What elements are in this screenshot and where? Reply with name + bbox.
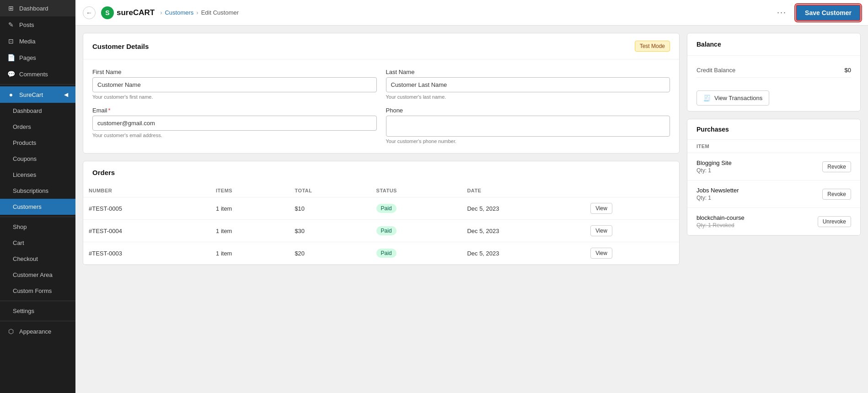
sidebar-item-licenses[interactable]: Licenses bbox=[0, 167, 75, 183]
customer-details-form: First Name Your customer's first name. L… bbox=[92, 69, 670, 144]
purchases-list: Blogging Site Qty: 1 Revoke Jobs Newslet… bbox=[687, 153, 860, 235]
sidebar-item-label: Pages bbox=[19, 54, 36, 61]
more-options-button[interactable]: ··· bbox=[773, 6, 790, 19]
orders-header: Orders bbox=[83, 161, 679, 184]
sidebar-item-label: Coupons bbox=[13, 155, 37, 162]
view-order-button[interactable]: View bbox=[590, 248, 612, 259]
breadcrumb-customers[interactable]: Customers bbox=[165, 9, 193, 16]
email-group: Email* Your customer's email address. bbox=[92, 107, 377, 144]
purchase-item-qty: Qty: 1 bbox=[697, 195, 822, 201]
purchase-action-button[interactable]: Revoke bbox=[822, 161, 851, 172]
order-date: Dec 5, 2023 bbox=[461, 197, 585, 220]
col-total: TOTAL bbox=[289, 184, 370, 197]
back-button[interactable]: ← bbox=[83, 6, 96, 19]
orders-table-wrap: NUMBER ITEMS TOTAL STATUS DATE #TEST-000… bbox=[83, 184, 679, 265]
order-items: 1 item bbox=[210, 197, 289, 220]
last-name-hint: Your customer's last name. bbox=[386, 94, 670, 100]
sidebar-item-label: Settings bbox=[13, 308, 34, 314]
first-name-input[interactable] bbox=[92, 77, 377, 92]
col-action bbox=[585, 184, 679, 197]
dashboard-icon: ⊞ bbox=[7, 5, 15, 12]
sidebar-item-dashboard[interactable]: ⊞ Dashboard bbox=[0, 0, 75, 16]
sidebar-item-checkout[interactable]: Checkout bbox=[0, 251, 75, 267]
view-transactions-label: View Transactions bbox=[714, 95, 762, 101]
purchase-row: Jobs Newsletter Qty: 1 Revoke bbox=[687, 181, 860, 208]
view-order-button[interactable]: View bbox=[590, 203, 612, 214]
phone-label: Phone bbox=[386, 107, 670, 114]
purchase-item-name: Blogging Site bbox=[697, 159, 822, 166]
order-action: View bbox=[585, 242, 679, 265]
sidebar-item-sc-dashboard[interactable]: Dashboard bbox=[0, 103, 75, 119]
phone-input[interactable] bbox=[386, 116, 670, 137]
sidebar-item-label: Appearance bbox=[19, 328, 51, 335]
sidebar-item-label: Products bbox=[13, 139, 36, 146]
purchase-item-info: Blogging Site Qty: 1 bbox=[697, 159, 822, 174]
order-total: $30 bbox=[289, 220, 370, 242]
view-order-button[interactable]: View bbox=[590, 225, 612, 236]
breadcrumb-sep2: › bbox=[196, 9, 198, 16]
logo-text: sureCART bbox=[117, 8, 155, 17]
sidebar-item-appearance[interactable]: ⬡ Appearance bbox=[0, 323, 75, 340]
phone-hint: Your customer's phone number. bbox=[386, 138, 670, 144]
posts-icon: ✎ bbox=[7, 21, 15, 28]
sidebar: ⊞ Dashboard ✎ Posts ⊡ Media 📄 Pages 💬 Co… bbox=[0, 0, 75, 393]
order-action: View bbox=[585, 220, 679, 242]
col-status: STATUS bbox=[371, 184, 462, 197]
first-name-group: First Name Your customer's first name. bbox=[92, 69, 377, 100]
surecart-icon: ● bbox=[7, 91, 15, 98]
purchase-action-button[interactable]: Revoke bbox=[822, 189, 851, 200]
balance-card: Balance Credit Balance $0 🧾 View Transac… bbox=[687, 33, 861, 112]
view-transactions-button[interactable]: 🧾 View Transactions bbox=[697, 90, 769, 106]
sidebar-item-comments[interactable]: 💬 Comments bbox=[0, 66, 75, 82]
purchases-card: Purchases ITEM Blogging Site Qty: 1 Revo… bbox=[687, 119, 861, 236]
media-icon: ⊡ bbox=[7, 37, 15, 45]
sidebar-item-pages[interactable]: 📄 Pages bbox=[0, 49, 75, 66]
right-panel: Balance Credit Balance $0 🧾 View Transac… bbox=[687, 33, 861, 386]
sidebar-item-label: Cart bbox=[13, 239, 24, 246]
sidebar-item-products[interactable]: Products bbox=[0, 135, 75, 151]
purchase-item-info: blockchain-course Qty: 1 Revoked bbox=[697, 214, 818, 228]
breadcrumb: › Customers › Edit Customer bbox=[160, 9, 239, 16]
sidebar-item-label: Customer Area bbox=[13, 271, 53, 278]
sidebar-item-orders[interactable]: Orders bbox=[0, 119, 75, 135]
order-items: 1 item bbox=[210, 220, 289, 242]
sidebar-item-label: Dashboard bbox=[19, 5, 48, 12]
balance-section: Credit Balance $0 bbox=[687, 56, 860, 85]
sidebar-item-custom-forms[interactable]: Custom Forms bbox=[0, 283, 75, 299]
balance-card-header: Balance bbox=[687, 33, 860, 56]
save-customer-button[interactable]: Save Customer bbox=[796, 5, 861, 21]
sidebar-item-surecart[interactable]: ● SureCart ◀ bbox=[0, 86, 75, 103]
orders-title: Orders bbox=[92, 169, 115, 176]
logo: S sureCART bbox=[101, 6, 155, 19]
sidebar-item-settings[interactable]: Settings bbox=[0, 303, 75, 319]
email-required: * bbox=[108, 107, 111, 114]
test-mode-badge: Test Mode bbox=[635, 41, 670, 52]
sidebar-item-shop[interactable]: Shop bbox=[0, 219, 75, 235]
orders-card: Orders NUMBER ITEMS TOTAL STATUS DATE bbox=[83, 161, 680, 265]
sidebar-item-coupons[interactable]: Coupons bbox=[0, 151, 75, 167]
order-total: $20 bbox=[289, 242, 370, 265]
sidebar-item-customer-area[interactable]: Customer Area bbox=[0, 267, 75, 283]
purchases-col-header: ITEM bbox=[687, 140, 860, 153]
sidebar-item-media[interactable]: ⊡ Media bbox=[0, 33, 75, 49]
customer-details-header: Customer Details Test Mode bbox=[83, 33, 679, 59]
order-date: Dec 5, 2023 bbox=[461, 242, 585, 265]
topbar: ← S sureCART › Customers › Edit Customer… bbox=[75, 0, 868, 26]
orders-table-header-row: NUMBER ITEMS TOTAL STATUS DATE bbox=[83, 184, 679, 197]
email-input[interactable] bbox=[92, 116, 377, 131]
customer-details-title: Customer Details bbox=[92, 42, 149, 50]
purchase-item-qty: Qty: 1 Revoked bbox=[697, 222, 818, 228]
sidebar-item-posts[interactable]: ✎ Posts bbox=[0, 16, 75, 33]
sidebar-item-subscriptions[interactable]: Subscriptions bbox=[0, 183, 75, 199]
breadcrumb-edit-customer: Edit Customer bbox=[201, 9, 239, 16]
last-name-input[interactable] bbox=[386, 77, 670, 92]
order-action: View bbox=[585, 197, 679, 220]
sidebar-item-label: Shop bbox=[13, 223, 27, 230]
sidebar-item-customers[interactable]: Customers bbox=[0, 199, 75, 215]
col-number: NUMBER bbox=[83, 184, 210, 197]
last-name-group: Last Name Your customer's last name. bbox=[386, 69, 670, 100]
sidebar-item-cart[interactable]: Cart bbox=[0, 235, 75, 251]
order-date: Dec 5, 2023 bbox=[461, 220, 585, 242]
purchase-action-button[interactable]: Unrevoke bbox=[818, 216, 851, 227]
content-area: Customer Details Test Mode First Name Yo… bbox=[75, 26, 868, 393]
